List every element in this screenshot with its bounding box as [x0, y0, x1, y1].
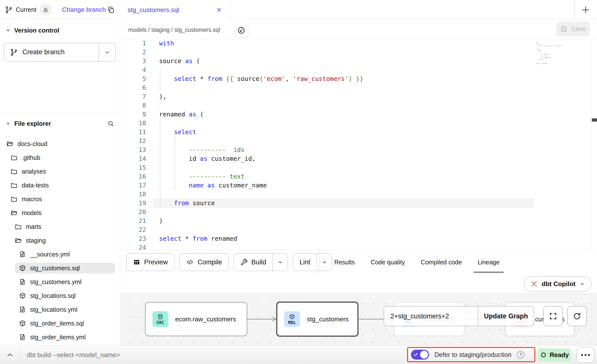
close-icon[interactable]	[216, 6, 223, 13]
build-dropdown[interactable]	[273, 254, 288, 271]
folder-icon	[10, 154, 18, 161]
compile-button[interactable]: Compile	[179, 253, 229, 271]
file-icon	[19, 278, 26, 286]
line-number: 13	[120, 146, 146, 154]
code-line-9[interactable]: 9renamed as (	[120, 110, 597, 119]
panel-tab-lineage[interactable]: Lineage	[478, 250, 500, 274]
panel-tab-compiled-code[interactable]: Compiled code	[421, 250, 462, 274]
command-input[interactable]: dbt build --select <model_name>	[27, 351, 120, 359]
file-tree-item-docs-cloud[interactable]: docs-cloud	[2, 138, 115, 149]
file-icon	[19, 306, 26, 313]
file-tree-label: staging	[26, 237, 46, 244]
code-line-22[interactable]: 22	[120, 225, 597, 234]
lineage-node-mdl-stg-customers[interactable]: MDLstg_customers	[276, 302, 358, 337]
line-number: 15	[120, 163, 146, 172]
code-line-10[interactable]: 10	[120, 119, 597, 128]
dbt-copilot-button[interactable]: dbt Copilot	[524, 276, 592, 291]
file-tree-item-stg-locations-sql[interactable]: stg_locations.sql	[15, 290, 115, 301]
version-control-section-header[interactable]: Version control	[0, 20, 120, 41]
tab-stg-customers-sql[interactable]: stg_customers.sql	[120, 0, 230, 20]
panel-tab-results[interactable]: Results	[334, 250, 355, 274]
minimap[interactable]: withsource as ( select * from {{ source(…	[536, 41, 583, 65]
copy-icon[interactable]	[107, 6, 115, 14]
line-number: 1	[120, 40, 146, 48]
file-tree-label: analyses	[22, 168, 46, 175]
code-line-23[interactable]: 23select * from renamed	[120, 234, 597, 243]
dbt-copilot-label: dbt Copilot	[542, 280, 576, 288]
file-tree-item-sources-yml[interactable]: __sources.yml	[15, 249, 115, 260]
defer-highlight-annotation: Defer to staging/production ?	[407, 347, 535, 362]
code-line-21[interactable]: 21)	[120, 217, 597, 225]
file-tree-item-data-tests[interactable]: data-tests	[7, 180, 115, 191]
more-options-button[interactable]	[577, 347, 594, 363]
build-button[interactable]: Build	[234, 253, 288, 271]
lineage-selector-input[interactable]	[384, 307, 478, 326]
code-line-11[interactable]: 11 select	[120, 128, 597, 137]
code-line-1[interactable]: 1with	[120, 40, 597, 48]
save-icon	[560, 25, 568, 33]
line-number: 6	[120, 83, 146, 92]
code-line-2[interactable]: 2	[120, 48, 597, 57]
code-line-13[interactable]: 13 ---------- ids	[120, 146, 597, 154]
code-line-16[interactable]: 16 ---------- text	[120, 172, 597, 181]
defer-toggle[interactable]	[411, 350, 429, 360]
code-line-5[interactable]: 5 select * from {{ source('ecom', 'raw_c…	[120, 74, 597, 83]
file-explorer-section-header[interactable]: File explorer	[0, 116, 120, 131]
file-tree-item-stg-locations-yml[interactable]: stg_locations.yml	[15, 304, 115, 315]
code-editor[interactable]: 1with23source as (45 select * from {{ so…	[120, 40, 597, 250]
search-icon[interactable]	[107, 120, 114, 127]
change-branch-link[interactable]: Change branch	[62, 6, 106, 14]
create-branch-dropdown[interactable]	[99, 43, 116, 61]
file-tree-item-github[interactable]: .github	[7, 152, 115, 163]
file-tree-item-marts[interactable]: marts	[11, 221, 115, 232]
code-line-4[interactable]: 4	[120, 66, 597, 74]
file-icon	[19, 333, 26, 341]
file-tree-item-stg-order-items-sql[interactable]: stg_order_items.sql	[15, 318, 115, 329]
file-tree-item-macros[interactable]: macros	[7, 194, 115, 204]
code-line-12[interactable]: 12	[120, 137, 597, 146]
file-tree-item-staging[interactable]: staging	[11, 235, 115, 246]
help-icon[interactable]: ?	[517, 351, 524, 359]
file-tree-item-stg-customers-sql[interactable]: stg_customers.sql	[15, 263, 115, 273]
code-line-17[interactable]: 17 name as customer_name	[120, 181, 597, 190]
lint-dropdown[interactable]	[317, 254, 332, 271]
database-icon	[157, 313, 164, 320]
create-branch-button[interactable]: Create branch	[4, 43, 116, 61]
file-tree-item-models[interactable]: models	[7, 207, 115, 218]
lint-button[interactable]: Lint	[293, 253, 332, 271]
lint-label: Lint	[299, 258, 310, 266]
line-number: 2	[120, 48, 146, 57]
file-tree-label: marts	[26, 223, 41, 230]
lineage-selector: Update Graph	[384, 306, 534, 326]
save-button[interactable]: Save	[556, 21, 590, 36]
preview-button[interactable]: Preview	[126, 253, 174, 271]
scrollbar-marker[interactable]	[592, 118, 597, 122]
sidebar: Current Change branch Version control	[0, 0, 120, 345]
code-line-19[interactable]: 19 from source	[120, 199, 597, 208]
file-tree-item-stg-order-items-yml[interactable]: stg_order_items.yml	[15, 332, 115, 343]
code-line-3[interactable]: 3source as (	[120, 57, 597, 66]
lineage-graph[interactable]: SRCecom.raw_customersMDLstg_customersMDL…	[120, 293, 597, 345]
code-line-14[interactable]: 14 id as customer_id,	[120, 154, 597, 163]
code-line-15[interactable]: 15	[120, 163, 597, 172]
code-line-8[interactable]: 8	[120, 101, 597, 110]
lineage-node-src-ecom-raw-customers[interactable]: SRCecom.raw_customers	[145, 302, 247, 336]
refresh-button[interactable]	[567, 306, 587, 326]
performance-gauge-button[interactable]	[234, 23, 249, 38]
defer-label: Defer to staging/production	[434, 351, 511, 359]
status-badge[interactable]: Ready	[538, 348, 571, 361]
breadcrumb-bar: models / staging / stg_customers.sql Sav…	[120, 20, 597, 40]
code-line-6[interactable]: 6	[120, 83, 597, 92]
git-branch-icon	[5, 6, 13, 14]
code-line-24[interactable]: 24	[120, 243, 597, 250]
chevron-up-icon[interactable]	[5, 350, 14, 359]
code-line-7[interactable]: 7),	[120, 92, 597, 101]
file-tree-item-analyses[interactable]: analyses	[7, 166, 115, 177]
new-tab-button[interactable]	[580, 4, 592, 16]
file-tree-item-stg-customers-yml[interactable]: stg_customers.yml	[15, 276, 115, 287]
fullscreen-button[interactable]	[543, 306, 563, 326]
code-line-18[interactable]: 18	[120, 190, 597, 199]
update-graph-button[interactable]: Update Graph	[478, 307, 534, 326]
code-line-20[interactable]: 20	[120, 208, 597, 217]
panel-tab-code-quality[interactable]: Code quality	[371, 250, 405, 274]
